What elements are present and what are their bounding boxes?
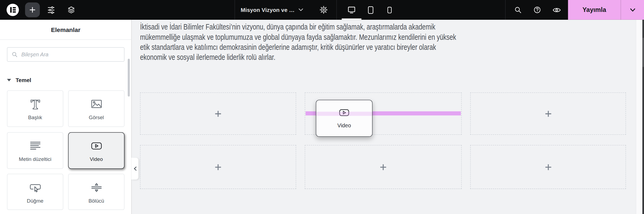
widget-label: Görsel bbox=[89, 115, 104, 120]
insertion-indicator-overlay bbox=[316, 112, 372, 116]
sliders-icon bbox=[47, 5, 55, 14]
gear-icon bbox=[320, 6, 328, 14]
widget-card-video[interactable]: Video bbox=[68, 132, 125, 169]
panel-collapse-handle[interactable] bbox=[131, 158, 138, 179]
add-element-button[interactable] bbox=[25, 2, 40, 17]
button-icon bbox=[28, 180, 42, 194]
paragraph-line: İktisadi ve İdari Bilimler Fakültesi’nin… bbox=[140, 22, 547, 32]
window-scrollbar[interactable] bbox=[642, 20, 644, 214]
widget-card-heading[interactable]: Başlık bbox=[7, 90, 63, 127]
device-tablet-tab[interactable] bbox=[362, 2, 379, 17]
window-scrollbar-thumb[interactable] bbox=[642, 38, 644, 67]
publish-button[interactable]: Yayımla bbox=[568, 0, 620, 20]
text-editor-widget[interactable]: İktisadi ve İdari Bilimler Fakültesi’nin… bbox=[140, 22, 547, 63]
paragraph-line: etik standartlara ve katılımcı demokrasi… bbox=[140, 42, 547, 52]
drop-zone[interactable] bbox=[470, 92, 626, 135]
chevron-down-icon bbox=[299, 8, 303, 11]
widget-label: Başlık bbox=[28, 115, 42, 120]
section-toggle-temel[interactable]: Temel bbox=[7, 76, 31, 84]
toolbar-divider bbox=[235, 0, 235, 20]
top-bar: Misyon Vizyon ve … bbox=[0, 0, 644, 20]
panel-header: Elemanlar bbox=[0, 20, 131, 40]
widget-search-box bbox=[7, 47, 125, 61]
publish-options-button[interactable] bbox=[621, 0, 644, 20]
widget-label: Düğme bbox=[27, 198, 43, 203]
preview-button[interactable] bbox=[549, 2, 564, 17]
widget-search-input[interactable] bbox=[21, 51, 120, 58]
toolbar-divider bbox=[505, 0, 506, 20]
layers-icon bbox=[67, 5, 75, 14]
widget-card-button[interactable]: Düğme bbox=[7, 174, 63, 210]
drop-zone[interactable] bbox=[470, 145, 626, 189]
desktop-icon bbox=[347, 5, 356, 14]
widget-card-image[interactable]: Görsel bbox=[68, 90, 125, 127]
drag-ghost-video-card[interactable]: Video bbox=[316, 100, 372, 137]
preview-scrollbar-track[interactable] bbox=[636, 20, 642, 214]
panel-title: Elemanlar bbox=[51, 26, 80, 33]
preview-canvas: İktisadi ve İdari Bilimler Fakültesi’nin… bbox=[131, 20, 644, 214]
plus-icon bbox=[29, 6, 36, 14]
paragraph-line: ekonomik ve sosyal ilerlemede liderlik r… bbox=[140, 53, 547, 63]
caret-down-icon bbox=[7, 79, 11, 81]
video-icon bbox=[89, 139, 103, 153]
active-device-indicator bbox=[342, 18, 362, 20]
document-name-dropdown[interactable]: Misyon Vizyon ve … bbox=[241, 0, 303, 20]
search-icon bbox=[11, 51, 18, 58]
elementor-editor: Misyon Vizyon ve … bbox=[0, 0, 644, 214]
widget-card-text-editor[interactable]: Metin düzeltici bbox=[7, 132, 63, 169]
document-name: Misyon Vizyon ve … bbox=[241, 7, 295, 13]
elementor-menu-button[interactable] bbox=[6, 4, 19, 16]
editor-stage: Misyon Vizyon ve … bbox=[0, 0, 644, 214]
drop-zone[interactable] bbox=[305, 145, 461, 189]
chevron-left-icon bbox=[133, 166, 136, 171]
chevron-down-icon bbox=[630, 8, 635, 12]
paragraph-line: mükemmelliğe ulaşmak ve toplumumuza ve g… bbox=[140, 32, 547, 42]
section-label: Temel bbox=[16, 77, 31, 83]
text-editor-icon bbox=[28, 139, 42, 153]
add-element-icon bbox=[544, 163, 552, 171]
widget-label: Video bbox=[90, 157, 103, 162]
tablet-icon bbox=[366, 5, 375, 14]
widget-label: Metin düzeltici bbox=[19, 157, 51, 162]
widgets-panel: Elemanlar Temel Başlık bbox=[0, 20, 131, 214]
structure-button[interactable] bbox=[64, 2, 79, 17]
help-button[interactable] bbox=[530, 2, 545, 17]
image-icon bbox=[89, 97, 103, 111]
divider-icon bbox=[89, 180, 103, 194]
finder-search-button[interactable] bbox=[510, 2, 525, 17]
add-element-icon bbox=[214, 110, 222, 118]
publish-label: Yayımla bbox=[583, 6, 606, 14]
publish-split-button: Yayımla bbox=[568, 0, 644, 20]
search-icon bbox=[514, 6, 522, 14]
drag-ghost-label: Video bbox=[337, 122, 351, 129]
widget-label: Bölücü bbox=[89, 198, 104, 203]
device-desktop-tab[interactable] bbox=[343, 2, 360, 17]
add-element-icon bbox=[379, 163, 387, 171]
device-mobile-tab[interactable] bbox=[381, 2, 398, 17]
widget-card-divider[interactable]: Bölücü bbox=[68, 174, 125, 210]
eye-icon bbox=[552, 5, 561, 14]
add-element-icon bbox=[544, 110, 552, 118]
document-settings-button[interactable] bbox=[316, 2, 331, 17]
heading-icon bbox=[28, 97, 42, 111]
help-icon bbox=[533, 6, 541, 14]
panel-scrollbar[interactable] bbox=[128, 59, 130, 97]
drop-zone[interactable] bbox=[140, 145, 296, 189]
drop-zone[interactable] bbox=[140, 92, 296, 135]
mobile-icon bbox=[385, 6, 393, 14]
add-element-icon bbox=[214, 163, 222, 171]
elementor-logo-icon bbox=[6, 4, 19, 16]
toolbar-divider bbox=[336, 0, 337, 20]
settings-sliders-button[interactable] bbox=[44, 2, 58, 17]
